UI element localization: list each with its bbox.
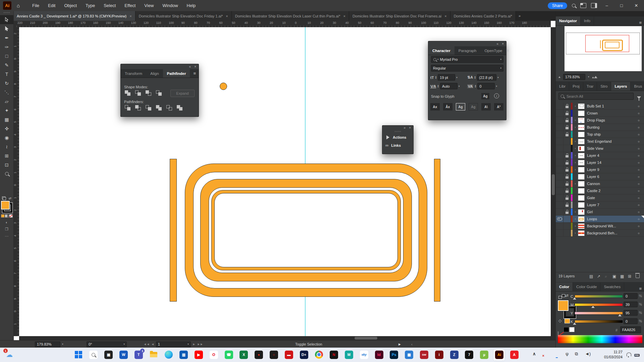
- slider-value-y[interactable]: 95: [624, 310, 638, 316]
- layer-row-bulb-set-1[interactable]: ›Bulb Set 1○: [556, 103, 644, 110]
- font-style-field[interactable]: Regular ▾: [431, 65, 503, 72]
- lock-toggle[interactable]: [564, 131, 571, 138]
- zoom-tool[interactable]: [0, 169, 13, 178]
- tab-brus[interactable]: Brus: [631, 82, 644, 91]
- layer-row-side-view[interactable]: ›Side View○: [556, 145, 644, 152]
- layer-row-crown[interactable]: Crown○: [556, 110, 644, 117]
- tab-transform[interactable]: Transform: [121, 69, 146, 78]
- layer-target-icon[interactable]: ○: [633, 147, 644, 150]
- tab-info[interactable]: Info: [581, 16, 594, 25]
- kerning-dropdown[interactable]: ▾: [459, 85, 460, 88]
- layer-thumbnail[interactable]: [578, 146, 585, 151]
- tab-menu-icon[interactable]: ≡: [506, 48, 512, 53]
- layer-name[interactable]: Layer 9: [587, 168, 633, 172]
- fill-swatch[interactable]: [1, 201, 10, 210]
- lock-toggle[interactable]: [564, 187, 571, 194]
- layer-name[interactable]: Castle 2: [587, 189, 633, 193]
- layer-row-castle-2[interactable]: Castle 2○: [556, 187, 644, 194]
- taskbar-red-i-app[interactable]: i: [434, 350, 444, 359]
- layer-target-icon[interactable]: ○: [633, 111, 644, 115]
- zoom-level-field[interactable]: 179.83%: [35, 342, 60, 347]
- visibility-toggle[interactable]: [556, 180, 564, 187]
- lock-toggle[interactable]: [564, 152, 571, 159]
- tray-bell-icon[interactable]: [627, 353, 631, 356]
- taskbar-opera[interactable]: O: [209, 350, 218, 359]
- navigator-zoom-field[interactable]: 179.83%: [563, 74, 585, 80]
- actions-links-grip[interactable]: [395, 131, 401, 132]
- hex-field[interactable]: FAA826: [620, 326, 641, 333]
- taskbar-youtube[interactable]: ▶: [194, 350, 203, 359]
- menu-view[interactable]: View: [140, 0, 158, 11]
- app-search-icon[interactable]: [572, 4, 576, 7]
- layer-thumbnail[interactable]: [578, 167, 585, 173]
- tab-overflow-icon[interactable]: »: [516, 11, 523, 21]
- expand-arrow-icon[interactable]: ›: [573, 210, 578, 214]
- menu-window[interactable]: Window: [158, 0, 182, 11]
- none-mode-icon[interactable]: [9, 214, 13, 218]
- zoom-out-icon[interactable]: [558, 76, 560, 78]
- lock-toggle[interactable]: [564, 173, 571, 180]
- expand-arrow-icon[interactable]: ›: [573, 154, 578, 157]
- navigator-zoom-dropdown[interactable]: ▾: [588, 76, 589, 78]
- expand-arrow-icon[interactable]: ›: [573, 126, 578, 129]
- tab-close-icon[interactable]: ×: [343, 14, 345, 18]
- visibility-toggle[interactable]: [556, 223, 564, 229]
- draw-mode-icon[interactable]: ◐: [0, 220, 13, 224]
- black-swatch[interactable]: [564, 327, 569, 332]
- tab-pathfinder[interactable]: Pathfinder: [163, 69, 190, 78]
- slider-value-c[interactable]: 0: [624, 293, 638, 299]
- expand-arrow-icon[interactable]: ›: [573, 119, 578, 122]
- lock-toggle[interactable]: [564, 117, 571, 124]
- vertical-ruler[interactable]: 210987654321012345678901: [13, 27, 19, 336]
- actions-tab[interactable]: Actions: [393, 135, 406, 139]
- menu-object[interactable]: Object: [60, 0, 81, 11]
- layers-filter-icon[interactable]: [637, 96, 641, 99]
- layer-thumbnail[interactable]: [578, 103, 585, 109]
- tab-swatches[interactable]: Swatches: [600, 282, 624, 291]
- font-size-dropdown[interactable]: ▾: [456, 76, 458, 79]
- visibility-toggle[interactable]: [556, 187, 564, 194]
- menu-select[interactable]: Select: [99, 0, 120, 11]
- tab-proj[interactable]: Proj: [569, 82, 583, 91]
- visibility-toggle[interactable]: [556, 216, 564, 222]
- out-of-gamut-icon[interactable]: ◇: [558, 318, 561, 323]
- expand-arrow-icon[interactable]: ›: [573, 217, 578, 221]
- layer-target-icon[interactable]: ○: [633, 104, 644, 108]
- tracking-dropdown[interactable]: ▾: [496, 85, 497, 88]
- slider-value-m[interactable]: 39: [624, 302, 638, 307]
- layer-name[interactable]: Layer 14: [587, 161, 633, 165]
- layer-thumbnail[interactable]: [578, 110, 585, 116]
- weather-widget[interactable]: ☁ 1: [5, 350, 14, 359]
- tab-menu-icon[interactable]: ≡: [639, 286, 644, 291]
- document-tab-domicilies-annies-castle[interactable]: Domicilies Annies Castle 2 Parts.ai*: [450, 11, 516, 21]
- taskbar-start[interactable]: [74, 350, 83, 359]
- first-artboard-icon[interactable]: ◄◄: [144, 343, 150, 346]
- document-tab-domiciles-illustrator-sh[interactable]: Domiciles Illustrator Ship Elevation Doc…: [349, 11, 450, 21]
- next-artboard-icon[interactable]: ►: [193, 343, 196, 346]
- leading-stepper[interactable]: ▲▼: [474, 76, 476, 79]
- layer-thumbnail[interactable]: [578, 174, 585, 180]
- scribble-tool[interactable]: ≀: [0, 142, 13, 151]
- layer-target-icon[interactable]: ○: [633, 210, 644, 214]
- lock-toggle[interactable]: [564, 103, 571, 109]
- gradient-mode-icon[interactable]: [5, 214, 9, 218]
- tab-menu-icon[interactable]: ≡: [639, 20, 644, 25]
- visibility-toggle[interactable]: [556, 145, 564, 152]
- snap-baseline[interactable]: Ax: [430, 103, 440, 110]
- visibility-toggle[interactable]: [556, 230, 564, 236]
- pathfinder-outline[interactable]: [166, 105, 174, 111]
- rectangle-tool[interactable]: □: [0, 51, 13, 60]
- layer-thumbnail[interactable]: [578, 195, 585, 201]
- taskbar-photoshop[interactable]: Ps: [389, 350, 399, 359]
- visibility-toggle[interactable]: [556, 201, 564, 208]
- color-fill-swatch[interactable]: [558, 300, 569, 311]
- color-spectrum-bar[interactable]: [558, 335, 642, 343]
- pathfinder-close-icon[interactable]: ×: [194, 65, 196, 69]
- snap-angular-guides[interactable]: A\: [481, 103, 491, 110]
- tab-menu-icon[interactable]: ≡: [193, 71, 199, 76]
- lock-toggle[interactable]: [564, 194, 571, 201]
- snap-glyph-alt[interactable]: Ag: [469, 103, 478, 110]
- shape-mode-minus-front[interactable]: [135, 90, 143, 96]
- lock-toggle[interactable]: [564, 216, 571, 222]
- vertical-scroll-handle[interactable]: [552, 174, 555, 195]
